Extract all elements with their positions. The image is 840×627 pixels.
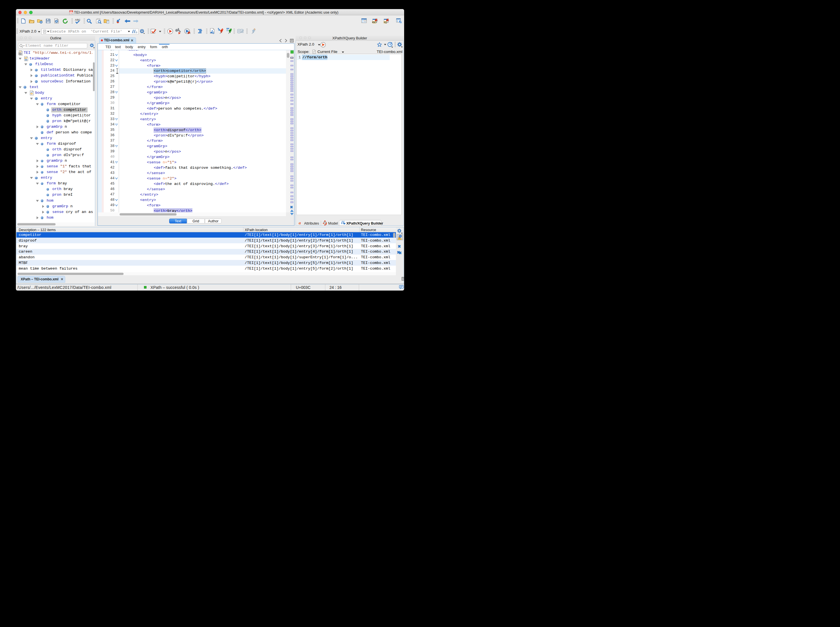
svg-text:ABC: ABC	[75, 19, 81, 21]
svg-text:XQ: XQ	[384, 21, 387, 24]
svg-text:XSLT: XSLT	[372, 21, 377, 23]
svg-text:TEI: TEI	[19, 53, 21, 55]
svg-text:<●>: <●>	[70, 13, 73, 14]
svg-text:XML: XML	[70, 11, 73, 12]
